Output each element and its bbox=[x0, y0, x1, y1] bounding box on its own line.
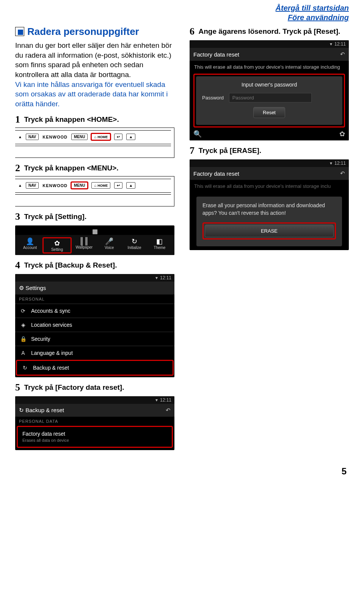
brand-label: KENWOOD bbox=[42, 135, 67, 139]
time: 12:11 bbox=[160, 397, 171, 403]
step-number: 2 bbox=[15, 162, 20, 173]
step-text: Tryck på [Factory data reset]. bbox=[24, 383, 124, 391]
password-dialog: Input owner's password Password Reset bbox=[196, 76, 342, 125]
step-2: 2 Tryck på knappen <MENU>. ▲ NAV KENWOOD… bbox=[15, 162, 174, 206]
grid-icon: ▦ bbox=[92, 228, 98, 235]
btn-back-icon: ↩ bbox=[114, 134, 122, 140]
erase-body-text: This will erase all data from your devic… bbox=[190, 180, 349, 193]
toolbar-theme[interactable]: ◧Theme bbox=[147, 237, 172, 254]
gear-icon[interactable]: ✿ bbox=[339, 130, 345, 138]
btn-eject2-icon: ▲ bbox=[126, 134, 135, 140]
step-7: 7 Tryck på [ERASE]. ▾12:11 Factory data … bbox=[190, 145, 349, 250]
toolbar-setting-highlighted[interactable]: ✿Setting bbox=[42, 237, 71, 254]
brand-label: KENWOOD bbox=[42, 183, 67, 188]
section-title: Radera personuppgifter bbox=[15, 26, 174, 38]
step-text: Tryck på [Backup & Reset]. bbox=[24, 261, 117, 269]
wifi-icon: ▾ bbox=[330, 161, 332, 166]
step-number: 3 bbox=[15, 211, 20, 222]
erase-dialog-msg: Erase all your personal information and … bbox=[202, 202, 336, 217]
btn-back-icon: ↩ bbox=[114, 182, 122, 189]
location-icon: ◈ bbox=[20, 322, 27, 328]
back-icon[interactable]: ↶ bbox=[166, 407, 171, 414]
btn-menu: MENU bbox=[71, 134, 88, 140]
section-header: PERSONAL DATA bbox=[15, 417, 174, 426]
toolbar-wallpaper[interactable]: ║║Wallpaper bbox=[72, 237, 97, 254]
row-factory-reset-highlighted[interactable]: Factory data reset Erases all data on de… bbox=[17, 426, 173, 448]
erase-dialog: Erase all your personal information and … bbox=[196, 197, 342, 246]
hardware-bar-home: ▲ NAV KENWOOD MENU ⌂ HOME ↩ ▲ bbox=[15, 128, 174, 158]
step-5: 5 Tryck på [Factory data reset]. ▾12:11 … bbox=[15, 382, 174, 450]
time: 12:11 bbox=[334, 41, 346, 47]
btn-nav: NAV bbox=[26, 182, 39, 189]
refresh-icon: ↻ bbox=[19, 407, 24, 413]
toolbar-account[interactable]: 👤Account bbox=[17, 237, 42, 254]
page-number: 5 bbox=[15, 466, 347, 477]
screenshot-erase-confirm: ▾12:11 Factory data reset↶ This will era… bbox=[190, 159, 349, 250]
step-number: 5 bbox=[15, 382, 20, 393]
step-number: 7 bbox=[190, 145, 195, 156]
step-4: 4 Tryck på [Backup & Reset]. ▾12:11 ⚙ Se… bbox=[15, 260, 174, 377]
step-text: Ange ägarens lösenord. Tryck på [Reset]. bbox=[198, 27, 340, 35]
step-6: 6 Ange ägarens lösenord. Tryck på [Reset… bbox=[190, 26, 349, 140]
row-security[interactable]: 🔒Security bbox=[15, 332, 174, 346]
back-icon[interactable]: ↶ bbox=[340, 170, 345, 177]
password-label: Password bbox=[202, 95, 224, 101]
btn-menu-highlighted: MENU bbox=[71, 182, 88, 189]
erase-button[interactable]: ERASE bbox=[205, 225, 334, 237]
screenshot-settings-list: ▾12:11 ⚙ Settings PERSONAL ⟳Accounts & s… bbox=[15, 274, 174, 377]
language-icon: A bbox=[20, 350, 27, 356]
step-3: 3 Tryck på [Setting]. ▦ 👤Account ✿Settin… bbox=[15, 211, 174, 255]
step-1: 1 Tryck på knappen <HOME>. ▲ NAV KENWOOD… bbox=[15, 114, 174, 158]
btn-home: ⌂ HOME bbox=[91, 182, 110, 189]
row-language[interactable]: ALanguage & input bbox=[15, 346, 174, 360]
section-icon bbox=[15, 27, 24, 36]
sync-icon: ⟳ bbox=[20, 308, 27, 314]
search-icon[interactable]: 🔍 bbox=[193, 130, 202, 138]
top-nav: Återgå till startsidan Före användning bbox=[15, 4, 349, 22]
hardware-bar-menu: ▲ NAV KENWOOD MENU ⌂ HOME ↩ ▲ bbox=[15, 176, 174, 206]
reset-button[interactable]: Reset bbox=[253, 107, 285, 118]
btn-eject-icon: ▲ bbox=[18, 135, 22, 139]
row-location[interactable]: ◈Location services bbox=[15, 318, 174, 332]
dialog-title: Input owner's password bbox=[202, 82, 336, 88]
intro-text: Innan du ger bort eller säljer den här e… bbox=[15, 41, 174, 109]
step-number: 1 bbox=[15, 114, 20, 125]
row-accounts[interactable]: ⟳Accounts & sync bbox=[15, 304, 174, 318]
screenshot-setting-toolbar: ▦ 👤Account ✿Setting ║║Wallpaper 🎤Voice ↻… bbox=[15, 225, 174, 255]
lock-icon: 🔒 bbox=[20, 336, 27, 342]
link-home[interactable]: Återgå till startsidan bbox=[15, 4, 349, 13]
btn-nav: NAV bbox=[26, 134, 39, 140]
step-text: Tryck på knappen <HOME>. bbox=[24, 115, 119, 123]
step-number: 4 bbox=[15, 260, 20, 271]
reset-body-text: This will erase all data from your devic… bbox=[190, 61, 349, 74]
step-text: Tryck på knappen <MENU>. bbox=[24, 164, 118, 172]
refresh-icon: ↻ bbox=[22, 365, 28, 371]
wifi-icon: ▾ bbox=[155, 275, 158, 280]
time: 12:11 bbox=[160, 275, 171, 280]
password-input[interactable] bbox=[229, 93, 312, 102]
time: 12:11 bbox=[334, 161, 346, 166]
step-text: Tryck på [ERASE]. bbox=[198, 146, 261, 154]
screen-title: Factory data reset bbox=[193, 170, 239, 177]
screenshot-owner-password: ▾12:11 Factory data reset↶ This will era… bbox=[190, 40, 349, 140]
screen-title: Factory data reset bbox=[193, 51, 239, 58]
btn-eject2-icon: ▲ bbox=[126, 182, 135, 189]
settings-icon: ⚙ bbox=[19, 285, 24, 291]
link-before-use[interactable]: Före användning bbox=[15, 13, 349, 22]
step-text: Tryck på [Setting]. bbox=[24, 213, 86, 221]
btn-eject-icon: ▲ bbox=[18, 183, 22, 187]
toolbar-initialize[interactable]: ↻Initialize bbox=[122, 237, 147, 254]
btn-home-highlighted: ⌂ HOME bbox=[91, 134, 110, 140]
toolbar: 👤Account ✿Setting ║║Wallpaper 🎤Voice ↻In… bbox=[15, 235, 174, 255]
wifi-icon: ▾ bbox=[155, 397, 158, 403]
back-icon[interactable]: ↶ bbox=[340, 51, 345, 58]
step-number: 6 bbox=[190, 26, 195, 37]
section-header: PERSONAL bbox=[15, 295, 174, 304]
screenshot-backup-reset: ▾12:11 ↻ Backup & reset↶ PERSONAL DATA F… bbox=[15, 396, 174, 450]
toolbar-voice[interactable]: 🎤Voice bbox=[97, 237, 122, 254]
wifi-icon: ▾ bbox=[330, 41, 332, 47]
row-backup-reset-highlighted[interactable]: ↻Backup & reset bbox=[16, 360, 174, 376]
